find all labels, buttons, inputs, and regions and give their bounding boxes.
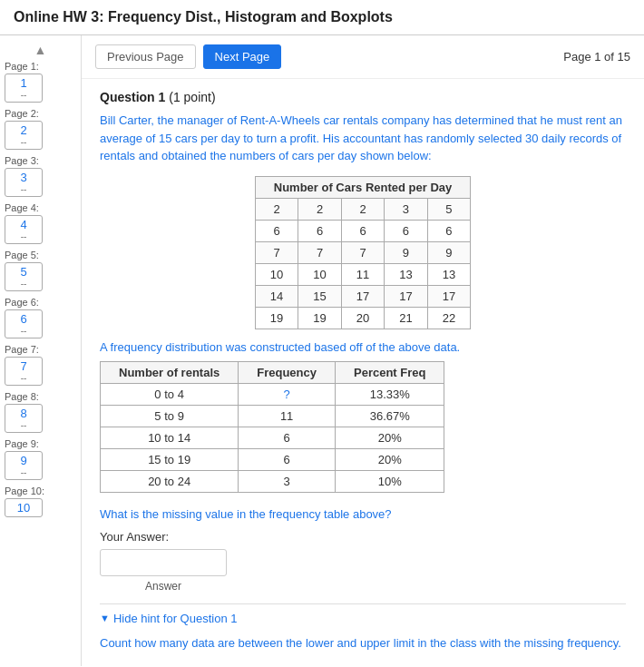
freq-pct-cell: 36.67% [336, 405, 444, 427]
table-cell: 13 [385, 263, 427, 285]
scroll-up-icon[interactable]: ▲ [5, 43, 76, 57]
top-nav: Previous Page Next Page Page 1 of 15 [82, 35, 644, 79]
hint-text: Count how many data are between the lowe… [100, 634, 626, 652]
freq-table-header-cell: Frequency [239, 361, 336, 383]
sidebar-page-section: Page 6:6-- [5, 297, 76, 338]
question-body: Bill Carter, the manager of Rent-A-Wheel… [100, 112, 626, 165]
table-cell: 20 [341, 307, 384, 329]
sidebar-page-label: Page 2: [5, 108, 76, 119]
table-cell: 7 [298, 241, 341, 263]
table-cell: 6 [385, 220, 427, 241]
page-indicator: Page 1 of 15 [563, 50, 630, 64]
table-row: 1415171717 [255, 285, 470, 307]
sidebar-page-button[interactable]: 2-- [5, 121, 43, 150]
sidebar-page-section: Page 7:7-- [5, 344, 76, 386]
sidebar-page-dash: -- [21, 467, 27, 477]
table-cell: 6 [298, 220, 341, 241]
freq-range-cell: 0 to 4 [101, 383, 239, 405]
divider [100, 603, 626, 604]
table-cell: 2 [255, 198, 298, 220]
table-row: 77799 [255, 241, 470, 263]
sidebar-page-dash: -- [21, 279, 27, 289]
freq-pct-cell: 13.33% [336, 383, 444, 405]
sidebar-page-dash: -- [21, 326, 27, 336]
freq-range-cell: 20 to 24 [101, 470, 239, 492]
question-area: Question 1 (1 point) Bill Carter, the ma… [82, 79, 644, 662]
next-page-button[interactable]: Next Page [203, 44, 282, 69]
table-cell: 14 [255, 285, 298, 307]
table-cell: 10 [298, 263, 341, 285]
freq-intro: A frequency distribution was constructed… [100, 340, 626, 354]
answer-label: Your Answer: [100, 530, 626, 544]
sidebar-page-num: 5 [20, 265, 26, 279]
sidebar-page-num: 3 [20, 171, 26, 184]
sidebar-page-button[interactable]: 6-- [5, 309, 43, 338]
hint-toggle[interactable]: ▼ Hide hint for Question 1 [100, 612, 626, 625]
sidebar-page-num: 9 [20, 454, 26, 467]
sidebar-page-dash: -- [21, 373, 27, 383]
freq-value-cell: ? [239, 383, 336, 405]
sidebar-page-section: Page 1:1-- [5, 61, 76, 103]
sidebar-page-button[interactable]: 8-- [5, 404, 43, 433]
sidebar-page-button[interactable]: 5-- [5, 262, 43, 291]
sidebar-page-section: Page 10:10 [5, 486, 76, 517]
sidebar-page-section: Page 9:9-- [5, 438, 76, 480]
sidebar-page-button[interactable]: 7-- [5, 357, 43, 386]
sidebar-page-button[interactable]: 9-- [5, 451, 43, 480]
table-cell: 7 [341, 241, 384, 263]
hint-label[interactable]: Hide hint for Question 1 [113, 612, 238, 625]
table-cell: 22 [427, 307, 470, 329]
table-cell: 19 [298, 307, 341, 329]
sidebar-page-label: Page 3: [5, 155, 76, 166]
sidebar-page-dash: -- [21, 420, 27, 430]
sidebar-page-num: 8 [20, 407, 26, 420]
sidebar-page-label: Page 5: [5, 250, 76, 260]
freq-value-cell: 6 [239, 427, 336, 448]
table-cell: 13 [427, 263, 470, 285]
sidebar-page-num: 4 [20, 218, 26, 231]
table-cell: 2 [341, 198, 384, 220]
table-cell: 21 [385, 307, 427, 329]
table-cell: 15 [298, 285, 341, 307]
freq-pct-cell: 10% [336, 470, 444, 492]
content-area: Previous Page Next Page Page 1 of 15 Que… [82, 35, 644, 666]
freq-value-cell: 3 [239, 470, 336, 492]
sidebar-page-button[interactable]: 3-- [5, 168, 43, 197]
sidebar-page-dash: -- [21, 90, 27, 100]
freq-table-row: 20 to 24310% [101, 470, 444, 492]
table-cell: 17 [341, 285, 384, 307]
table-cell: 6 [427, 220, 470, 241]
sidebar-page-section: Page 2:2-- [5, 108, 76, 150]
sidebar-page-button[interactable]: 1-- [5, 74, 43, 103]
freq-table-row: 10 to 14620% [101, 427, 444, 448]
sidebar-page-label: Page 6: [5, 297, 76, 308]
freq-table: Number of rentalsFrequencyPercent Freq 0… [100, 361, 444, 493]
data-table-header: Number of Cars Rented per Day [255, 176, 470, 198]
sidebar: ▲ Page 1:1--Page 2:2--Page 3:3--Page 4:4… [0, 35, 82, 666]
table-cell: 2 [298, 198, 341, 220]
answer-input[interactable] [100, 549, 227, 576]
sidebar-page-section: Page 8:8-- [5, 391, 76, 433]
sidebar-page-section: Page 5:5-- [5, 250, 76, 291]
table-row: 1919202122 [255, 307, 470, 329]
freq-range-cell: 5 to 9 [101, 405, 239, 427]
question-bottom: What is the missing value in the frequen… [100, 507, 626, 521]
sidebar-page-label: Page 4: [5, 202, 76, 213]
sidebar-page-dash: -- [21, 184, 27, 194]
freq-table-row: 0 to 4?13.33% [101, 383, 444, 405]
freq-value-cell: 11 [239, 405, 336, 427]
freq-table-row: 15 to 19620% [101, 448, 444, 470]
sidebar-page-button[interactable]: 10 [5, 498, 43, 517]
sidebar-page-button[interactable]: 4-- [5, 215, 43, 244]
prev-page-button[interactable]: Previous Page [95, 44, 196, 69]
table-cell: 9 [427, 241, 470, 263]
sidebar-page-dash: -- [21, 137, 27, 147]
freq-range-cell: 10 to 14 [101, 427, 239, 448]
freq-pct-cell: 20% [336, 448, 444, 470]
table-row: 66666 [255, 220, 470, 241]
answer-sublabel: Answer [100, 580, 227, 593]
freq-range-cell: 15 to 19 [101, 448, 239, 470]
sidebar-page-dash: -- [21, 231, 27, 241]
data-table: Number of Cars Rented per Day 2223566666… [255, 176, 471, 329]
freq-pct-cell: 20% [336, 427, 444, 448]
